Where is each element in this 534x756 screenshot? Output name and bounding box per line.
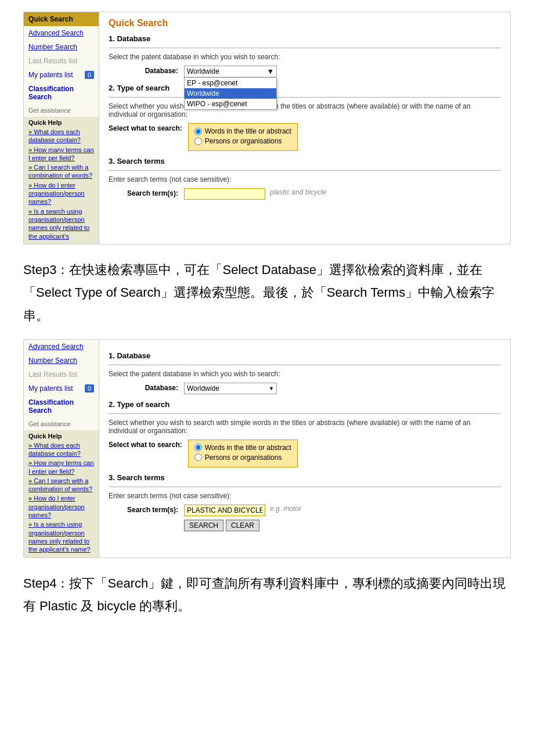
my-patents-label: My patents list (28, 71, 73, 79)
search-buttons-row: SEARCH CLEAR (109, 520, 501, 531)
db-selected-display[interactable]: Worldwide ▼ (185, 66, 276, 77)
db-dropdown-header[interactable]: Worldwide ▼ (184, 66, 277, 78)
sidebar-my-patents[interactable]: My patents list 0 (24, 68, 99, 82)
search-term-row: Search term(s): plastic and bicycle (109, 188, 501, 200)
type-description: Select whether you wish to search with s… (109, 102, 501, 118)
db-options-list: EP - esp@cenet Worldwide WIPO - esp@cene… (184, 77, 277, 110)
search-input-1[interactable] (184, 188, 265, 200)
quick-help-title: Quick Help (28, 119, 94, 126)
help-item-5[interactable]: Is a search using organisation/person na… (28, 207, 94, 240)
section1-heading-2: 1. Database (109, 351, 501, 360)
section1-heading: 1. Database (109, 34, 501, 43)
search-type-row-2: Select what to search: Words in the titl… (109, 440, 501, 467)
section3-heading: 3. Search terms (109, 157, 501, 165)
sidebar2-last-results: Last Results list (24, 368, 99, 381)
sidebar-classification[interactable]: Classification Search (24, 82, 99, 104)
search-term-row-2: Search term(s): e.g. motor (109, 505, 501, 516)
sidebar-quick-search[interactable]: Quick Search (24, 12, 99, 26)
radio-group: Words in the title or abstract Persons o… (188, 123, 298, 151)
sidebar2-my-patents[interactable]: My patents list 0 (24, 381, 99, 395)
search-term-label-2: Search term(s): (109, 505, 178, 514)
divider6 (109, 487, 501, 487)
page-container: Quick Search Advanced Search Number Sear… (23, 12, 511, 618)
select-what-label: Select what to search: (109, 123, 182, 132)
sidebar-advanced-search[interactable]: Advanced Search (24, 26, 99, 40)
help2-item-3[interactable]: Can I search with a combination of words… (28, 477, 94, 494)
search-button[interactable]: SEARCH (184, 520, 223, 531)
sidebar2-get-assistance[interactable]: Get assistance (24, 417, 99, 430)
quick-help-title-2: Quick Help (28, 433, 94, 440)
help2-item-4[interactable]: How do I enter organisation/person names… (28, 494, 94, 519)
search-input-2[interactable] (184, 505, 265, 516)
radio-words-input-2[interactable] (194, 444, 202, 451)
select-what-label-2: Select what to search: (109, 440, 182, 449)
sidebar-last-results: Last Results list (24, 54, 99, 68)
divider5 (109, 413, 501, 414)
section2-heading-2: 2. Type of search (109, 400, 501, 409)
help-item-2[interactable]: How many terms can I enter per field? (28, 146, 94, 163)
main-content-2: 1. Database Select the patent database i… (99, 340, 510, 557)
radio-option-words[interactable]: Words in the title or abstract (194, 127, 291, 135)
radio-words-label: Words in the title or abstract (205, 127, 291, 135)
db-form-row-2: Database: Worldwide (109, 383, 501, 394)
db-dropdown-container[interactable]: Worldwide ▼ EP - esp@cenet Worldwide WIP… (184, 66, 277, 78)
db-description-2: Select the patent database in which you … (109, 370, 501, 378)
sidebar1: Quick Search Advanced Search Number Sear… (24, 12, 99, 244)
db-option-ep[interactable]: EP - esp@cenet (185, 78, 276, 88)
divider4 (109, 365, 501, 365)
sidebar-get-assistance[interactable]: Get assistance (24, 104, 99, 117)
search-hint-1: plastic and bicycle (270, 188, 326, 196)
help2-item-2[interactable]: How many terms can I enter per field? (28, 459, 94, 476)
radio-persons-label: Persons or organisations (205, 137, 282, 145)
db-label-2: Database: (109, 383, 178, 392)
db-label: Database: (109, 66, 178, 75)
radio-persons-input[interactable] (194, 138, 202, 145)
help-item-3[interactable]: Can I search with a combination of words… (28, 163, 94, 180)
quick-help-section-2: Quick Help What does each database conta… (24, 430, 99, 557)
radio-option-persons[interactable]: Persons or organisations (194, 137, 291, 145)
db-option-wipo[interactable]: WIPO - esp@cenet (185, 99, 276, 109)
help-item-4[interactable]: How do I enter organisation/person names… (28, 181, 94, 206)
radio-option-words-2[interactable]: Words in the title or abstract (194, 444, 291, 452)
sidebar2: Advanced Search Number Search Last Resul… (24, 340, 99, 557)
radio-group-2: Words in the title or abstract Persons o… (188, 440, 298, 467)
my-patents-badge: 0 (85, 71, 94, 79)
search-description-2: Enter search terms (not case sensitive): (109, 492, 501, 500)
my-patents-badge-2: 0 (85, 384, 94, 393)
radio-option-persons-2[interactable]: Persons or organisations (194, 453, 291, 462)
radio-words-input[interactable] (194, 128, 202, 135)
sidebar2-classification[interactable]: Classification Search (24, 395, 99, 417)
screenshot1: Quick Search Advanced Search Number Sear… (23, 12, 511, 244)
help2-item-5[interactable]: Is a search using organisation/person na… (28, 520, 94, 553)
main-title-1: Quick Search (109, 18, 501, 28)
help-item-1[interactable]: What does each database contain? (28, 128, 94, 145)
sidebar-number-search[interactable]: Number Search (24, 40, 99, 54)
search-term-label: Search term(s): (109, 188, 178, 197)
search-description: Enter search terms (not case sensitive): (109, 175, 501, 183)
search-type-row: Select what to search: Words in the titl… (109, 123, 501, 151)
help2-item-1[interactable]: What does each database contain? (28, 441, 94, 458)
radio-words-label-2: Words in the title or abstract (205, 444, 291, 452)
divider3 (109, 170, 501, 171)
db-selected-text-2: Worldwide (187, 384, 219, 393)
db-selected-text: Worldwide (187, 67, 219, 75)
db-option-worldwide[interactable]: Worldwide (185, 88, 276, 99)
divider1 (109, 48, 501, 48)
db-select-closed[interactable]: Worldwide (184, 383, 277, 394)
type-description-2: Select whether you wish to search with s… (109, 419, 501, 435)
clear-button[interactable]: CLEAR (226, 520, 259, 531)
radio-persons-input-2[interactable] (194, 453, 202, 461)
sidebar2-advanced-search[interactable]: Advanced Search (24, 340, 99, 354)
section3-heading-2: 3. Search terms (109, 473, 501, 482)
dropdown-arrow-icon: ▼ (267, 67, 274, 75)
radio-persons-label-2: Persons or organisations (205, 453, 282, 462)
chinese-text-2: Step4：按下「Search」鍵，即可查詢所有專利資料庫中，專利標的或摘要內同… (23, 572, 511, 618)
my-patents-label-2: My patents list (28, 384, 73, 393)
section2-heading: 2. Type of search (109, 84, 501, 92)
sidebar2-number-search[interactable]: Number Search (24, 354, 99, 368)
search-hint-2: e.g. motor (270, 505, 301, 513)
main-content-1: Quick Search 1. Database Select the pate… (99, 12, 510, 244)
db-description: Select the patent database in which you … (109, 53, 501, 61)
quick-help-section: Quick Help What does each database conta… (24, 117, 99, 244)
db-form-row: Database: Worldwide ▼ EP - esp@cenet Wor… (109, 66, 501, 78)
